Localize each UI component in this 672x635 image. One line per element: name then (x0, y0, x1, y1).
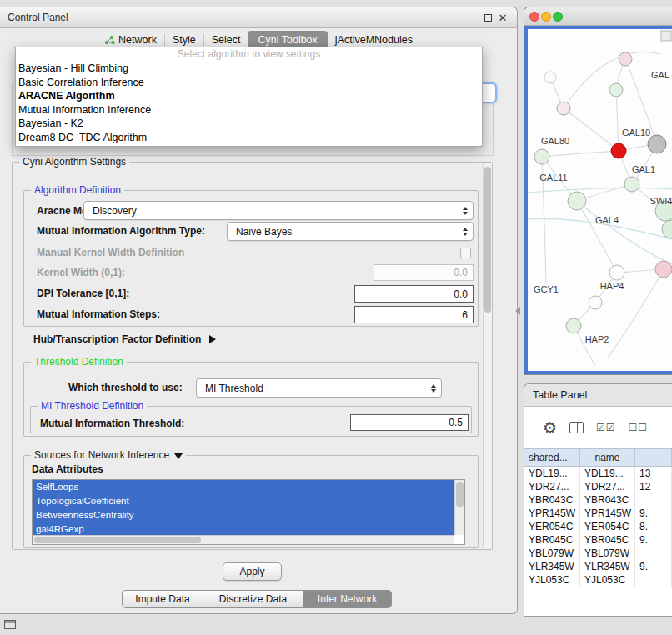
control-panel-titlebar[interactable]: Control Panel ✕ (0, 8, 517, 28)
settings-scrollbar-thumb[interactable] (484, 167, 491, 312)
algorithm-option[interactable]: Mutual Information Inference (16, 103, 482, 118)
network-canvas[interactable]: GALGAL80GAL10GAL11GAL1SWI4GAL4GCY1HAP4HA… (524, 26, 672, 374)
mi-threshold-field[interactable]: 0.5 (350, 414, 469, 431)
zoom-traffic-light-icon[interactable] (553, 12, 563, 22)
network-node[interactable] (534, 149, 549, 164)
gear-icon[interactable]: ⚙ (543, 420, 557, 436)
network-node[interactable] (624, 177, 639, 192)
manual-kernel-width-label: Manual Kernel Width Definition (37, 247, 184, 258)
table-row[interactable]: YPR145WYPR145W9. (524, 507, 672, 520)
minimize-traffic-light-icon[interactable] (541, 12, 551, 22)
network-node-label: HAP2 (585, 334, 609, 344)
which-threshold-label: Which threshold to use: (68, 382, 183, 393)
algorithm-option[interactable]: Dream8 DC_TDC Algorithm (16, 131, 482, 145)
table-cell: YJL053C (580, 573, 635, 587)
sources-group-title[interactable]: Sources for Network Inference (31, 449, 186, 462)
table-cell: YBR043C (580, 493, 635, 507)
select-all-icon[interactable]: ☑☑ (596, 422, 616, 433)
network-node[interactable] (568, 192, 586, 210)
table-row[interactable]: YDL19...YDL19...13 (524, 467, 672, 480)
table-cell: 9. (635, 507, 672, 520)
network-window-titlebar[interactable] (524, 8, 672, 26)
table-row[interactable]: YER054CYER054C8. (524, 520, 672, 533)
table-panel-title: Table Panel (533, 384, 587, 407)
collapse-down-icon[interactable] (174, 453, 183, 459)
algorithm-placeholder-option[interactable]: Select algorithm to view settings (16, 48, 482, 62)
network-node[interactable] (557, 102, 570, 115)
network-node[interactable] (648, 135, 666, 153)
network-node[interactable] (589, 296, 602, 309)
manual-kernel-width-checkbox[interactable] (460, 248, 471, 258)
network-node[interactable] (544, 72, 556, 83)
column-header-extra[interactable] (635, 449, 672, 466)
algorithm-option[interactable]: Basic Correlation Inference (16, 76, 482, 90)
aracne-mode-combobox[interactable]: Discovery (83, 201, 474, 220)
control-panel-title: Control Panel (8, 8, 68, 28)
attribute-list-item[interactable]: gal4RGexp (33, 522, 454, 535)
list-vertical-scrollbar[interactable] (454, 480, 464, 535)
mi-threshold-label: Mutual Information Threshold: (40, 418, 184, 429)
expand-right-icon[interactable] (209, 335, 216, 343)
table-cell: 9. (635, 560, 672, 573)
attribute-list-item[interactable]: SelfLoops (33, 480, 454, 494)
table-panel-titlebar[interactable]: Table Panel (524, 384, 672, 407)
algorithm-option[interactable]: ARACNE Algorithm (16, 89, 482, 103)
table-cell: 8. (635, 520, 672, 533)
data-attributes-listbox: SelfLoopsTopologicalCoefficientBetweenne… (32, 479, 465, 545)
tab-impute-data[interactable]: Impute Data (122, 590, 203, 608)
column-header-name[interactable]: name (580, 449, 635, 466)
table-row[interactable]: YBR043CYBR043C (524, 493, 672, 507)
network-node[interactable] (611, 143, 626, 158)
network-node-label: GAL1 (632, 164, 655, 174)
mi-steps-field[interactable]: 6 (354, 306, 474, 323)
table-row[interactable]: YDR27...YDR27...12 (524, 480, 672, 493)
table-panel-window: Table Panel ⚙ ☑☑ ☐☐ shared... name YDL19… (524, 383, 672, 617)
table-toolbar: ⚙ ☑☑ ☐☐ (524, 407, 672, 448)
mi-algorithm-type-combobox[interactable]: Naive Bayes (227, 222, 474, 241)
docked-panel-icon[interactable] (4, 620, 16, 629)
network-node[interactable] (619, 52, 632, 66)
network-node-label: GAL80 (541, 136, 569, 146)
settings-scrollbar[interactable] (483, 163, 492, 548)
network-svg[interactable]: GALGAL80GAL10GAL11GAL1SWI4GAL4GCY1HAP4HA… (528, 29, 672, 372)
dpi-tolerance-field[interactable]: 0.0 (354, 285, 474, 302)
close-icon[interactable]: ✕ (497, 12, 509, 23)
network-node[interactable] (662, 220, 672, 238)
network-node[interactable] (609, 265, 624, 280)
panel-collapse-arrow-icon[interactable] (515, 307, 520, 315)
tab-infer-network[interactable]: Infer Network (303, 590, 392, 608)
hub-section-header[interactable]: Hub/Transcription Factor Definition (33, 333, 216, 345)
table-row[interactable]: YBL079WYBL079W (524, 547, 672, 560)
column-header-shared-name[interactable]: shared... (524, 449, 580, 466)
network-node[interactable] (609, 83, 623, 97)
list-horizontal-scrollbar[interactable] (33, 535, 454, 544)
column-visibility-icon[interactable] (569, 422, 584, 433)
algorithm-option[interactable]: Bayesian - Hill Climbing (16, 62, 482, 76)
tab-jactivemnodules-label: jActiveMNodules (335, 34, 413, 46)
kernel-width-field[interactable]: 0.0 (374, 264, 474, 281)
combo-arrows-icon (463, 228, 468, 236)
scrollbar-thumb[interactable] (456, 482, 464, 507)
table-row[interactable]: YLR345WYLR345W9. (524, 560, 672, 573)
mi-threshold-group-title: MI Threshold Definition (38, 400, 147, 412)
which-threshold-combobox[interactable]: MI Threshold (196, 378, 442, 398)
table-cell: YDL19... (524, 467, 580, 480)
algorithm-option[interactable]: Bayesian - K2 (16, 117, 482, 131)
attribute-list-item[interactable]: BetweennessCentrality (33, 508, 454, 522)
apply-button[interactable]: Apply (223, 562, 282, 581)
canvas-scroll-corner[interactable] (661, 31, 671, 41)
network-edges (528, 52, 672, 366)
tab-discretize-data[interactable]: Discretize Data (203, 590, 303, 608)
table-row[interactable]: YJL053CYJL053C (524, 573, 672, 587)
float-window-icon[interactable] (482, 12, 494, 23)
attribute-list-item[interactable]: TopologicalCoefficient (33, 494, 454, 508)
algorithm-dropdown-list: Bayesian - Hill ClimbingBasic Correlatio… (16, 62, 482, 144)
close-traffic-light-icon[interactable] (529, 12, 539, 22)
table-row[interactable]: YBR045CYBR045C9. (524, 533, 672, 547)
network-node[interactable] (655, 261, 672, 278)
dpi-tolerance-label: DPI Tolerance [0,1]: (37, 288, 129, 299)
network-node[interactable] (566, 318, 581, 333)
deselect-all-icon[interactable]: ☐☐ (629, 422, 649, 433)
scrollbar-thumb[interactable] (34, 537, 201, 543)
which-threshold-value: MI Threshold (205, 382, 263, 394)
